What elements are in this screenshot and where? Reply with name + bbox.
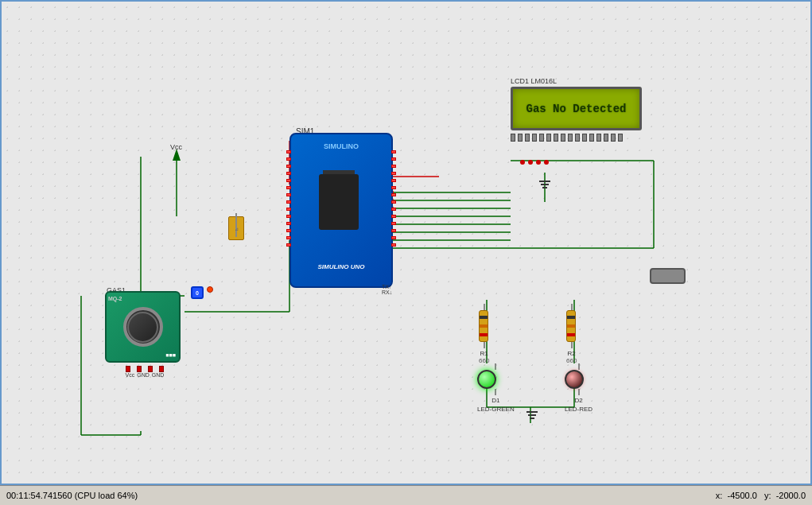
- lcd-pin: [546, 134, 551, 142]
- led-anode: [495, 363, 496, 370]
- lcd-pin: [596, 134, 601, 142]
- gas-sensor-pin-labels: Vcc GND GND: [105, 372, 185, 378]
- resistor-body: [479, 310, 488, 342]
- lcd-text: Gas No Detected: [526, 103, 626, 115]
- arduino-usb-connector: [650, 268, 686, 284]
- led-cathode: [495, 389, 496, 395]
- arduino-pin: [391, 222, 396, 225]
- lcd-pin: [561, 134, 565, 142]
- svg-point-32: [544, 160, 549, 165]
- led-cathode: [578, 389, 580, 395]
- arduino-pin: [286, 222, 291, 225]
- lcd-pins: [511, 134, 650, 142]
- resistor-band: [480, 333, 488, 336]
- arduino-pin: [391, 179, 396, 182]
- svg-point-31: [536, 160, 541, 165]
- arduino-pin: [286, 150, 291, 153]
- lcd-id-label: LCD1 LM016L: [511, 77, 650, 85]
- led-green: D1 LED-GREEN: [477, 363, 515, 413]
- lcd-pin: [611, 134, 616, 142]
- arduino-pin: [286, 236, 291, 239]
- arduino-right-pins: [391, 150, 396, 247]
- txrx-label: TX↑ RX↓: [382, 284, 392, 295]
- vcc-label: Vcc: [170, 143, 182, 151]
- arduino-brand-label: SIMULINO: [324, 142, 359, 150]
- lcd-screen: Gas No Detected: [511, 87, 642, 130]
- arduino-pin: [391, 243, 396, 247]
- svg-point-30: [528, 160, 533, 165]
- lcd-pin: [604, 134, 608, 142]
- lcd-pin: [554, 134, 558, 142]
- gas-sensor: MQ-2 ■■■ Vcc GND GND: [105, 288, 185, 378]
- potentiometer: ⊿: [228, 216, 244, 240]
- arduino-pin: [391, 193, 396, 196]
- resistor-r1: R1 660: [479, 304, 489, 364]
- simulation-area: Vcc LCD1 LM016L Gas No Detected: [0, 0, 812, 485]
- arduino-pin: [286, 179, 291, 182]
- led-red-label: LED-RED: [565, 406, 592, 413]
- resistor-pin-bottom: [571, 342, 573, 348]
- resistor-r2-label: R2: [566, 350, 577, 357]
- gas-sensor-brand-text: MQ-2: [108, 296, 122, 301]
- arduino-pin: [286, 229, 291, 232]
- arduino-left-pins: [286, 150, 291, 247]
- lcd-pin: [575, 134, 580, 142]
- gas-sensor-pins: [105, 366, 185, 372]
- arduino-pin: [391, 200, 396, 204]
- led-green-id: D1: [477, 397, 515, 404]
- digital-indicator: 0: [191, 286, 204, 299]
- resistor-band: [567, 316, 575, 319]
- arduino-pin: [391, 172, 396, 175]
- resistor-r1-label: R1: [479, 350, 489, 357]
- gas-sensor-body: MQ-2 ■■■: [105, 291, 181, 363]
- arduino-pin: [286, 157, 291, 161]
- arduino-pin: [391, 215, 396, 218]
- lcd-display: LCD1 LM016L Gas No Detected: [511, 77, 650, 142]
- resistor-pin-bottom: [484, 342, 485, 348]
- arduino-body: SIMULINO SIMULINO UNO: [289, 133, 393, 288]
- lcd-pin: [618, 134, 623, 142]
- resistor-band: [480, 324, 488, 328]
- status-coordinates: x: -4500.0 y: -2000.0: [716, 491, 812, 500]
- ground-symbol-1: [539, 181, 550, 188]
- arduino-pin: [391, 208, 396, 211]
- resistor-band: [567, 324, 575, 328]
- gas-sensor-element: [123, 307, 163, 347]
- lcd-pin: [589, 134, 594, 142]
- arduino-pin: [286, 200, 291, 204]
- led-green-body: [477, 370, 496, 389]
- sensor-pin: [126, 366, 130, 372]
- ground-symbol-2: [526, 411, 538, 419]
- lcd-pin: [568, 134, 573, 142]
- lcd-pin: [525, 134, 530, 142]
- lcd-pin: [539, 134, 544, 142]
- lcd-pin: [511, 134, 515, 142]
- arduino-pin: [391, 165, 396, 168]
- svg-point-29: [520, 160, 525, 165]
- arduino-pin: [286, 208, 291, 211]
- circuit-wires: [2, 2, 810, 484]
- sensor-pin: [148, 366, 153, 372]
- arduino-pin: [391, 157, 396, 161]
- resistor-band: [567, 333, 575, 336]
- arduino-pin: [286, 186, 291, 189]
- arduino-pin: [391, 150, 396, 153]
- resistor-body: [566, 310, 576, 342]
- sensor-pin: [137, 366, 142, 372]
- lcd-pin: [518, 134, 523, 142]
- arduino-pin: [286, 243, 291, 247]
- led-red-id: D2: [565, 397, 592, 404]
- led-red: D2 LED-RED: [565, 363, 592, 413]
- arduino-uno: SIMULINO SIMULINO UNO: [289, 133, 393, 292]
- arduino-pin: [286, 165, 291, 168]
- led-green-label: LED-GREEN: [477, 406, 515, 413]
- status-bar: 00:11:54.741560 (CPU load 64%) x: -4500.…: [0, 485, 812, 505]
- indicator-led: [207, 286, 213, 293]
- resistor-band: [480, 316, 488, 319]
- arduino-pin: [286, 193, 291, 196]
- resistor-pin-top: [484, 304, 485, 310]
- arduino-pin: [391, 229, 396, 232]
- arduino-model-label: SIMULINO UNO: [317, 263, 364, 270]
- status-time: 00:11:54.741560 (CPU load 64%): [0, 491, 716, 500]
- sensor-pin: [159, 366, 164, 372]
